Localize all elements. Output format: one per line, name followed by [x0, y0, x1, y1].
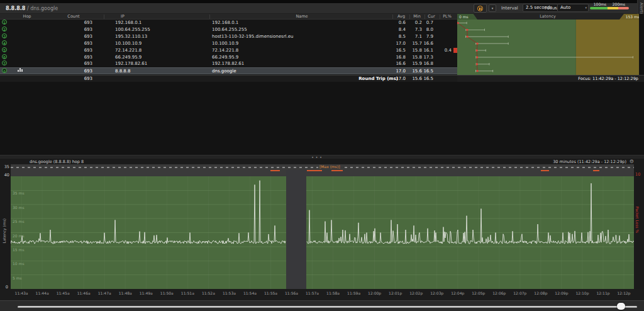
ip-cell: 100.64.255.255 — [115, 26, 150, 33]
time-tick-label: 11:48a — [119, 291, 132, 295]
timeline-scrollbar — [0, 300, 644, 311]
avg-cell: 16.8 — [396, 54, 406, 61]
name-cell: dns.google — [212, 68, 236, 75]
focus-label: Focus — [545, 4, 557, 13]
hop-row-5[interactable]: 569372.14.221.872.14.221.816.515.816.10.… — [0, 47, 457, 54]
avg-cell: 17.0 — [396, 40, 406, 47]
gridline-label: 25 ms — [13, 219, 25, 223]
focus-value: Auto — [560, 5, 570, 10]
hop-badge: 7 — [2, 60, 7, 65]
time-tick-label: 11:50a — [160, 291, 174, 295]
name-cell: host13-110-32-195.dimensionesrl.eu — [212, 33, 293, 40]
count-cell: 693 — [84, 47, 92, 54]
pause-button[interactable] — [474, 4, 487, 13]
avg-cell: 0.6 — [399, 20, 406, 26]
hop-table-body: 1693192.168.0.1192.168.0.10.60.20.726931… — [0, 20, 457, 75]
y-axis-title: Latency (ms) — [2, 212, 6, 250]
gridline-label: 20 ms — [13, 234, 25, 238]
name-cell: 72.14.221.8 — [212, 47, 238, 54]
time-tick-label: 11:56a — [285, 291, 298, 295]
col-name[interactable]: Name — [296, 14, 308, 20]
packet-loss-dash — [593, 170, 599, 171]
count-cell: 693 — [84, 54, 92, 61]
hop-row-1[interactable]: 1693192.168.0.1192.168.0.10.60.20.7 — [0, 20, 457, 26]
bar-chart-icon — [18, 68, 25, 72]
cur-cell: 0.7 — [426, 20, 433, 26]
col-pl[interactable]: PL% — [443, 14, 452, 20]
min-cell: 7.3 — [415, 26, 422, 33]
gridline-label: 5 ms — [13, 276, 22, 280]
timeline-plot[interactable] — [11, 176, 634, 289]
cur-cell: 8.0 — [426, 26, 433, 33]
min-cell: 15.8 — [412, 54, 422, 61]
hop-row-7[interactable]: 7693192.178.82.61192.178.82.6116.615.916… — [0, 60, 457, 67]
time-tick-label: 11:53a — [223, 291, 236, 295]
scrollbar-track[interactable] — [18, 306, 637, 308]
cur-cell: 7.9 — [426, 33, 433, 40]
count-cell: 693 — [84, 20, 92, 26]
latency-column-header: 0 ms Latency 153 ms — [457, 14, 644, 20]
right-gutter — [639, 14, 644, 82]
time-tick-label: 11:49a — [140, 291, 153, 295]
time-tick-label: 12:00p — [368, 291, 381, 295]
latency-whisker-graph[interactable] — [457, 20, 639, 75]
col-count[interactable]: Count — [67, 14, 79, 20]
hop-row-2[interactable]: 2693100.64.255.255100.64.255.2558.47.38.… — [0, 26, 457, 33]
time-tick-label: 11:47a — [98, 291, 111, 295]
time-tick-label: 12:04p — [451, 291, 464, 295]
max-value-strip: [Max (ms)] — [11, 164, 634, 176]
min-cell: 15.6 — [412, 68, 422, 75]
hop-badge: 2 — [2, 26, 7, 31]
time-tick-label: 12:07p — [513, 291, 526, 295]
hop-badge: 3 — [2, 33, 7, 38]
packet-loss-marker — [453, 48, 457, 53]
time-tick-label: 11:51a — [181, 291, 194, 295]
col-ip[interactable]: IP — [121, 14, 125, 20]
avg-cell: 8.5 — [399, 33, 406, 40]
ip-cell: 195.32.110.13 — [115, 33, 147, 40]
hop-row-4[interactable]: 469310.100.10.910.100.10.917.015.716.6 — [0, 40, 457, 47]
col-hop[interactable]: Hop — [23, 14, 31, 20]
name-cell: 100.64.255.255 — [212, 26, 247, 33]
gridline-label: 35 ms — [13, 191, 25, 195]
col-avg[interactable]: Avg — [397, 14, 405, 20]
time-tick-label: 11:55a — [264, 291, 277, 295]
time-tick-label: 12:06p — [492, 291, 506, 295]
col-min[interactable]: Min — [413, 14, 421, 20]
hop-badge: 8 — [2, 68, 7, 73]
hop-row-8[interactable]: 86938.8.8.8dns.google17.015.616.5 — [0, 67, 457, 74]
ip-cell: 192.168.0.1 — [115, 20, 142, 26]
panel-splitter[interactable]: ••• — [0, 155, 644, 159]
col-cur[interactable]: Cur — [428, 14, 435, 20]
time-tick-label: 11:46a — [77, 291, 91, 295]
focus-select[interactable]: Auto▾ — [557, 4, 589, 12]
cur-cell: 16.8 — [423, 60, 433, 67]
name-cell: 192.168.0.1 — [212, 20, 238, 26]
pl-cell: 0.4 — [445, 47, 452, 54]
ip-cell: 66.249.95.9 — [115, 54, 142, 61]
time-tick-label: 12:05p — [472, 291, 485, 295]
focus-range-bar: Focus: 11:42:29a - 12:12:29p — [457, 75, 644, 82]
interval-label: Interval — [501, 4, 518, 13]
pause-options-button[interactable]: ▾ — [489, 4, 496, 12]
hop-badge: 5 — [2, 47, 7, 52]
time-tick-label: 12:10p — [575, 291, 589, 295]
round-trip-row: 693 Round Trip (ms) 17.0 15.6 16.5 — [0, 75, 457, 82]
cur-cell: 16.5 — [423, 68, 433, 75]
legend-gradient-bar — [590, 7, 629, 9]
pingplotter-window: 8.8.8.8 / dns.google ▾ Interval 2.5 seco… — [0, 0, 644, 311]
hop-row-3[interactable]: 3693195.32.110.13host13-110-32-195.dimen… — [0, 33, 457, 40]
hop-row-6[interactable]: 669366.249.95.966.249.95.916.815.817.3 — [0, 54, 457, 61]
no-data-band — [286, 170, 306, 291]
hop-badge: 6 — [2, 54, 7, 59]
max-line-label[interactable]: [Max (ms)] — [318, 164, 341, 169]
min-cell: 15.7 — [412, 40, 422, 47]
packet-loss-dash — [331, 170, 343, 171]
scrollbar-thumb[interactable] — [617, 303, 625, 310]
time-tick-label: 12:01p — [389, 291, 402, 295]
time-tick-label: 12:11p — [596, 291, 609, 295]
ip-cell: 10.100.10.9 — [115, 40, 142, 47]
time-tick-label: 11:44a — [36, 291, 49, 295]
time-tick-label: 11:45a — [57, 291, 70, 295]
latency-header-label: Latency — [540, 14, 556, 20]
